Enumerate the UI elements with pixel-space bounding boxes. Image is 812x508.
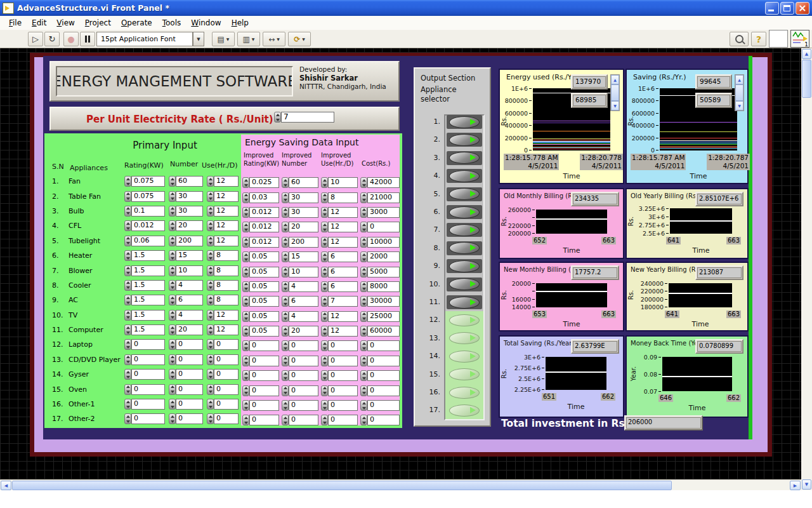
spinner-up-icon[interactable]	[322, 415, 327, 420]
number-control-input[interactable]: 30	[176, 191, 203, 202]
font-selector[interactable]: 15pt Application Font	[96, 32, 193, 46]
use-control-input[interactable]: 0	[214, 413, 239, 424]
spinner-down-icon[interactable]	[169, 285, 175, 290]
maximize-button[interactable]	[780, 2, 794, 15]
spinner[interactable]	[321, 370, 328, 381]
spinner[interactable]	[282, 400, 289, 411]
improved-rating-control-input[interactable]: 0.05	[249, 251, 279, 262]
spinner[interactable]	[242, 237, 249, 248]
spinner-down-icon[interactable]	[125, 315, 131, 320]
spinner-up-icon[interactable]	[169, 311, 175, 316]
number-control-input[interactable]: 0	[176, 339, 203, 350]
spinner-up-icon[interactable]	[361, 371, 367, 376]
spinner[interactable]	[282, 415, 289, 425]
spinner[interactable]	[360, 415, 367, 425]
spinner-down-icon[interactable]	[125, 241, 131, 246]
spinner[interactable]	[207, 369, 214, 380]
spinner-up-icon[interactable]	[169, 399, 175, 404]
spinner[interactable]	[242, 192, 249, 203]
spinner-down-icon[interactable]	[207, 330, 213, 335]
spinner[interactable]	[207, 384, 214, 395]
improved-number-control-input[interactable]: 15	[289, 251, 318, 262]
spinner-down-icon[interactable]	[282, 391, 288, 396]
appliance-selector-button[interactable]	[447, 368, 482, 382]
spinner-down-icon[interactable]	[322, 420, 327, 425]
horizontal-scroll-thumb[interactable]	[12, 481, 672, 490]
use-control-input[interactable]: 0	[214, 354, 239, 365]
improved-rating-control-input[interactable]: 0.05	[249, 281, 279, 292]
spinner-down-icon[interactable]	[169, 359, 175, 364]
spinner-down-icon[interactable]	[361, 331, 367, 337]
spinner-down-icon[interactable]	[282, 302, 288, 307]
help-button[interactable]: ?	[751, 32, 766, 46]
spinner[interactable]	[360, 340, 367, 351]
spinner-down-icon[interactable]	[243, 346, 249, 351]
improved-rating-control-input[interactable]: 0	[249, 385, 279, 396]
spinner-down-icon[interactable]	[361, 376, 367, 381]
spinner-up-icon[interactable]	[282, 178, 288, 183]
spinner-down-icon[interactable]	[169, 196, 175, 201]
spinner-down-icon[interactable]	[361, 212, 367, 217]
spinner[interactable]	[124, 250, 131, 261]
number-control-input[interactable]: 0	[176, 384, 203, 395]
spinner[interactable]	[321, 326, 328, 337]
spinner[interactable]	[242, 207, 249, 218]
spinner[interactable]	[282, 251, 289, 262]
spinner[interactable]	[124, 369, 131, 380]
resize-objects-button[interactable]: ↔ ▼	[263, 32, 285, 46]
spinner-up-icon[interactable]	[207, 340, 213, 345]
cost-control-input[interactable]: 0	[367, 356, 400, 366]
spinner-down-icon[interactable]	[322, 376, 327, 381]
spinner-up-icon[interactable]	[125, 236, 131, 241]
spinner-up-icon[interactable]	[207, 414, 213, 419]
spinner-down-icon[interactable]	[207, 226, 213, 231]
spinner-up-icon[interactable]	[125, 192, 131, 197]
spinner-down-icon[interactable]	[169, 345, 175, 350]
cost-control-input[interactable]: 0	[367, 400, 400, 411]
spinner-up-icon[interactable]	[207, 325, 213, 330]
spinner[interactable]	[360, 296, 367, 307]
spinner[interactable]	[169, 384, 176, 395]
spinner-up-icon[interactable]	[125, 340, 131, 345]
rating-control-input[interactable]: 0.012	[131, 220, 165, 231]
spinner-up-icon[interactable]	[361, 341, 367, 346]
spinner-down-icon[interactable]	[361, 406, 367, 411]
spinner-up-icon[interactable]	[275, 112, 280, 117]
spinner[interactable]	[360, 281, 367, 292]
spinner-down-icon[interactable]	[243, 316, 249, 321]
spinner-up-icon[interactable]	[282, 401, 288, 406]
spinner[interactable]	[360, 400, 367, 411]
cost-control-input[interactable]: 0	[367, 340, 400, 351]
spinner[interactable]	[169, 265, 176, 276]
spinner-down-icon[interactable]	[243, 286, 249, 291]
spinner[interactable]	[282, 356, 289, 366]
rating-control-input[interactable]: 1.5	[131, 295, 165, 305]
spinner-up-icon[interactable]	[243, 356, 249, 361]
spinner[interactable]	[169, 310, 176, 321]
spinner[interactable]	[242, 281, 249, 292]
spinner[interactable]	[124, 399, 131, 410]
spinner-down-icon[interactable]	[282, 183, 288, 188]
cost-control-input[interactable]: 5000	[367, 267, 400, 277]
cost-control-input[interactable]: 21000	[367, 192, 400, 203]
improved-rating-control-input[interactable]: 0	[249, 370, 279, 381]
spinner[interactable]	[207, 295, 214, 305]
spinner-down-icon[interactable]	[243, 376, 249, 381]
spinner-up-icon[interactable]	[322, 178, 327, 183]
spinner-up-icon[interactable]	[361, 282, 367, 287]
spinner-down-icon[interactable]	[361, 286, 367, 291]
spinner-up-icon[interactable]	[322, 267, 327, 272]
spinner[interactable]	[282, 326, 289, 337]
spinner-up-icon[interactable]	[169, 177, 175, 182]
spinner[interactable]	[124, 206, 131, 217]
spinner[interactable]	[360, 207, 367, 218]
spinner-up-icon[interactable]	[125, 177, 131, 182]
spinner[interactable]	[207, 236, 214, 246]
spinner-down-icon[interactable]	[207, 419, 213, 424]
distribute-objects-button[interactable]: ▥ ▼	[237, 32, 260, 46]
improved-use-control-input[interactable]: 12	[328, 237, 358, 248]
run-continuously-button[interactable]: ↻	[44, 32, 60, 46]
vertical-scroll-thumb[interactable]	[802, 60, 811, 98]
improved-use-control-input[interactable]: 6	[328, 281, 358, 292]
minimize-button[interactable]	[765, 2, 779, 15]
